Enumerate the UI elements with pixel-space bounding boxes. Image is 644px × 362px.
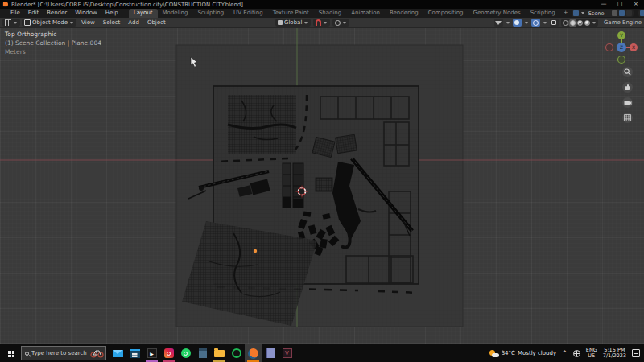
date-label: 7/1/2023 bbox=[603, 353, 626, 359]
weather-widget[interactable]: 34°C Mostly cloudy bbox=[489, 350, 556, 357]
show-gizmo-toggle[interactable] bbox=[513, 19, 522, 27]
menu-add[interactable]: Add bbox=[125, 19, 142, 26]
taskbar-search-input[interactable]: Type here to search bbox=[21, 346, 106, 360]
start-button[interactable] bbox=[0, 344, 21, 362]
add-workspace-button[interactable]: + bbox=[560, 9, 572, 18]
tab-texture-paint[interactable]: Texture Paint bbox=[268, 9, 314, 18]
delete-scene-button[interactable] bbox=[626, 10, 632, 16]
system-tray: 34°C Mostly cloudy ^ ENG US 5:15 PM 7/1/… bbox=[489, 348, 644, 359]
tab-shading[interactable]: Shading bbox=[314, 9, 346, 18]
menu-render[interactable]: Render bbox=[43, 9, 71, 18]
calculator-app-button[interactable] bbox=[194, 344, 211, 362]
overlays-icon bbox=[533, 20, 539, 26]
tab-geometry-nodes[interactable]: Geometry Nodes bbox=[469, 9, 526, 18]
show-hidden-icons-button[interactable]: ^ bbox=[562, 350, 568, 357]
transform-orientation-selector[interactable]: Global bbox=[275, 19, 311, 27]
chevron-down-icon bbox=[525, 22, 528, 24]
zoom-tool-button[interactable] bbox=[622, 67, 633, 77]
v-app-button[interactable]: V bbox=[279, 344, 295, 362]
language-switcher[interactable]: ENG US bbox=[586, 348, 597, 359]
chevron-down-icon bbox=[543, 22, 547, 24]
mode-selector[interactable]: Object Mode bbox=[22, 19, 76, 27]
axis-minus-x-handle[interactable] bbox=[606, 44, 613, 51]
blender-app-icon bbox=[2, 2, 8, 7]
instagram-app-button[interactable] bbox=[160, 344, 177, 362]
clock-widget[interactable]: 5:15 PM 7/1/2023 bbox=[603, 348, 626, 359]
object-origin-dot bbox=[254, 249, 257, 253]
menu-object[interactable]: Object bbox=[144, 19, 169, 26]
magnifier-icon bbox=[624, 68, 631, 76]
rendered-shading-button[interactable] bbox=[584, 20, 590, 26]
chevron-down-icon bbox=[581, 12, 584, 14]
minimize-button[interactable]: — bbox=[596, 0, 612, 9]
xray-icon bbox=[551, 20, 556, 25]
close-button[interactable]: × bbox=[628, 0, 644, 9]
new-scene-button[interactable] bbox=[619, 10, 625, 16]
axis-z-label: Z bbox=[620, 44, 623, 50]
unit-label: Meters bbox=[5, 48, 101, 57]
spotify-app-button[interactable] bbox=[228, 344, 245, 362]
notes-app-button[interactable] bbox=[262, 344, 279, 362]
xray-toggle[interactable] bbox=[550, 19, 559, 27]
menu-edit[interactable]: Edit bbox=[24, 9, 43, 18]
toggle-perspective-button[interactable] bbox=[622, 113, 633, 123]
editor-type-selector[interactable] bbox=[2, 19, 20, 27]
axis-minus-y-handle[interactable] bbox=[618, 56, 625, 64]
tab-modeling[interactable]: Modeling bbox=[158, 9, 193, 18]
store-app-button[interactable] bbox=[126, 344, 143, 362]
viewport-3d[interactable]: Top Orthographic (1) Scene Collection | … bbox=[0, 28, 644, 344]
scene-icon bbox=[573, 10, 579, 16]
viewport-header: Object Mode View Select Add Object Globa… bbox=[0, 18, 644, 28]
terrain-patch-top[interactable] bbox=[228, 95, 296, 154]
tab-rendering[interactable]: Rendering bbox=[385, 9, 423, 18]
blender-app-button[interactable] bbox=[245, 344, 262, 362]
axis-y-label: Y bbox=[619, 32, 623, 38]
play-icon: ▶ bbox=[147, 348, 157, 358]
whatsapp-app-button[interactable] bbox=[177, 344, 194, 362]
tower-masts[interactable] bbox=[283, 163, 303, 208]
tab-animation[interactable]: Animation bbox=[346, 9, 385, 18]
pin-scene-icon[interactable] bbox=[612, 10, 617, 16]
active-object-label: (1) Scene Collection | Plane.004 bbox=[5, 39, 101, 48]
tab-scripting[interactable]: Scripting bbox=[526, 9, 560, 18]
navigation-gizmo[interactable]: Y X Z bbox=[604, 30, 639, 65]
scene-name[interactable]: Scene bbox=[587, 10, 611, 17]
mail-app-button[interactable] bbox=[109, 344, 126, 362]
material-shading-button[interactable] bbox=[577, 20, 583, 26]
menu-help[interactable]: Help bbox=[101, 9, 122, 18]
folder-icon bbox=[214, 350, 225, 357]
bicycle-doodle-icon bbox=[90, 348, 104, 358]
view-layer-icon bbox=[640, 10, 644, 16]
maximize-button[interactable]: □ bbox=[612, 0, 628, 9]
menu-select[interactable]: Select bbox=[100, 19, 124, 26]
tab-sculpting[interactable]: Sculpting bbox=[192, 9, 229, 18]
snapping-toggle[interactable] bbox=[313, 19, 330, 27]
selectability-filter-button[interactable] bbox=[494, 19, 503, 27]
temperature-label: 34°C bbox=[502, 350, 515, 356]
taskbar-apps: ▶ V bbox=[109, 344, 295, 362]
view-layer-selector[interactable]: ViewLayer bbox=[638, 10, 644, 17]
tab-compositing[interactable]: Compositing bbox=[423, 9, 469, 18]
spotify-icon bbox=[232, 348, 242, 358]
chevron-down-icon bbox=[304, 22, 308, 24]
menu-file[interactable]: File bbox=[6, 9, 24, 18]
move-view-button[interactable] bbox=[622, 82, 633, 93]
file-explorer-app-button[interactable] bbox=[211, 344, 228, 362]
tab-layout[interactable]: Layout bbox=[129, 9, 158, 18]
network-icon[interactable] bbox=[573, 350, 580, 357]
scene-selector[interactable]: Scene bbox=[572, 10, 634, 17]
notes-icon bbox=[266, 348, 275, 358]
object-mode-icon bbox=[24, 19, 31, 26]
solid-shading-button[interactable] bbox=[570, 20, 576, 26]
tab-uv-editing[interactable]: UV Editing bbox=[229, 9, 268, 18]
camera-view-button[interactable] bbox=[622, 97, 633, 108]
viewport-scene bbox=[0, 28, 644, 344]
menu-view[interactable]: View bbox=[78, 19, 98, 26]
proportional-editing-toggle[interactable] bbox=[332, 19, 349, 27]
show-overlays-toggle[interactable] bbox=[531, 19, 540, 27]
media-player-app-button[interactable]: ▶ bbox=[143, 344, 160, 362]
menu-window[interactable]: Window bbox=[71, 9, 101, 18]
action-center-icon[interactable] bbox=[632, 349, 640, 357]
title-bar: Blender* [C:\Users\CORE i5\Desktop\Const… bbox=[0, 0, 644, 9]
wireframe-shading-button[interactable] bbox=[563, 20, 568, 26]
